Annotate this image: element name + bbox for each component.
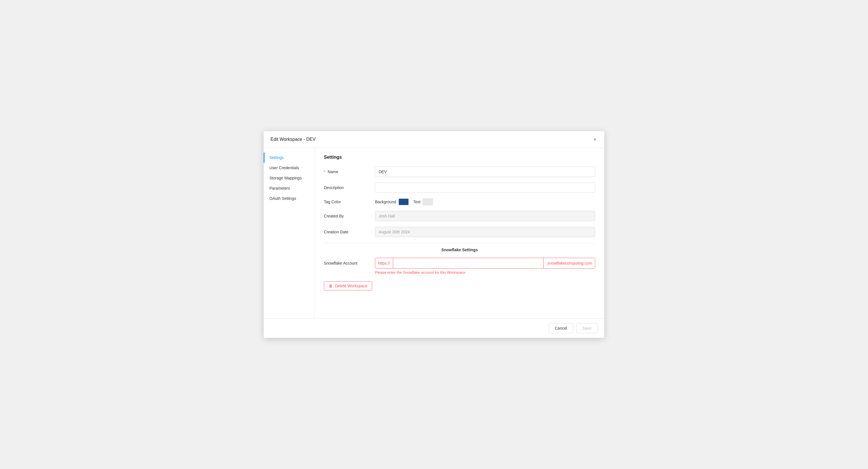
snowflake-section-title: Snowflake Settings (324, 248, 595, 252)
snowflake-account-label: Snowflake Account (324, 261, 375, 265)
modal-header: Edit Workspace - DEV × (264, 131, 604, 148)
divider (324, 243, 595, 243)
snowflake-prefix: https:// (375, 258, 393, 268)
name-row: * Name (324, 167, 595, 177)
sidebar-item-storage-mappings[interactable]: Storage Mappings (264, 173, 314, 183)
text-color-item: Text (413, 198, 433, 205)
text-color-swatch[interactable] (423, 198, 433, 205)
tag-color-label: Tag Color (324, 199, 375, 204)
name-label: * Name (324, 169, 375, 174)
sidebar-item-oauth-settings[interactable]: OAuth Settings (264, 193, 314, 204)
creation-date-label: Creation Date (324, 230, 375, 234)
modal: Edit Workspace - DEV × Settings User Cre… (264, 131, 604, 338)
background-label: Background (375, 199, 396, 204)
sidebar: Settings User Credentials Storage Mappin… (264, 148, 315, 318)
sidebar-item-parameters[interactable]: Parameters (264, 183, 314, 193)
delete-workspace-button[interactable]: 🗑 Delete Workspace (324, 281, 372, 290)
sidebar-item-user-credentials[interactable]: User Credentials (264, 163, 314, 173)
created-by-row: Created By (324, 211, 595, 221)
text-color-label: Text (413, 199, 421, 204)
snowflake-account-section: Snowflake Account https:// .snowflakecom… (324, 258, 595, 275)
tag-color-controls: Background Text (375, 198, 433, 205)
creation-date-input (375, 227, 595, 237)
snowflake-account-input[interactable] (393, 258, 543, 268)
description-label: Description (324, 185, 375, 190)
description-row: Description (324, 183, 595, 193)
snowflake-error-message: Please enter the Snowflake account for t… (375, 270, 595, 275)
snowflake-suffix: .snowflakecomputing.com (543, 258, 595, 268)
modal-title: Edit Workspace - DEV (271, 137, 316, 142)
required-star: * (324, 169, 325, 174)
save-button[interactable]: Save (577, 323, 597, 333)
snowflake-account-row: Snowflake Account https:// .snowflakecom… (324, 258, 595, 269)
section-title: Settings (324, 155, 595, 160)
background-color-item: Background (375, 198, 409, 205)
modal-footer: Cancel Save (264, 318, 604, 338)
cancel-button[interactable]: Cancel (549, 323, 573, 333)
close-button[interactable]: × (592, 136, 597, 143)
snowflake-input-group: https:// .snowflakecomputing.com (375, 258, 595, 269)
background-color-swatch[interactable] (399, 198, 409, 205)
tag-color-row: Tag Color Background Text (324, 198, 595, 205)
sidebar-item-settings[interactable]: Settings (264, 152, 314, 163)
name-input[interactable] (375, 167, 595, 177)
delete-button-label: Delete Workspace (335, 284, 367, 288)
created-by-input (375, 211, 595, 221)
main-content: Settings * Name Description Tag Color (315, 148, 604, 318)
description-input[interactable] (375, 183, 595, 193)
creation-date-row: Creation Date (324, 227, 595, 237)
trash-icon: 🗑 (329, 284, 333, 288)
created-by-label: Created By (324, 214, 375, 218)
modal-body: Settings User Credentials Storage Mappin… (264, 148, 604, 318)
